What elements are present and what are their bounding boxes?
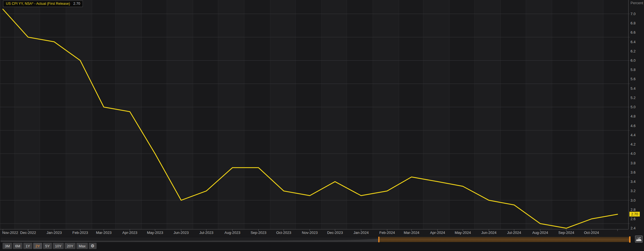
x-axis-tick-label: Oct-2024 [584,231,599,235]
range-navigator [0,237,644,242]
y-axis-tick-label: 3.8 [631,161,636,165]
y-axis-tick-label: 7.0 [631,12,636,16]
y-axis-tick-label: 5.0 [631,105,636,109]
range-button-6m[interactable]: 6M [13,243,22,249]
y-axis-tick-label: 3.6 [631,170,636,174]
x-axis-tick-label: Feb-2024 [379,231,395,235]
y-axis-tick-label: 5.4 [631,86,636,91]
x-axis-tick-label: Jun-2023 [174,231,189,235]
y-axis-tick-label: 3.4 [631,179,636,184]
range-button-max[interactable]: Max [76,243,88,249]
x-axis-tick-label: Sep-2023 [251,231,266,235]
price-chart[interactable] [0,0,644,233]
series-legend-value: 2.70 [73,2,80,6]
y-axis-tick-label: 3.0 [631,198,636,202]
y-axis-tick-label: 2.6 [631,217,636,221]
x-axis-tick-label: Jul-2024 [507,231,521,235]
x-axis-tick-label: Aug-2024 [532,231,548,235]
range-button-1y[interactable]: 1Y [23,243,32,249]
y-axis-tick-label: 4.6 [631,124,636,128]
y-axis-tick-label: 6.2 [631,49,636,53]
y-axis-tick-label: 6.4 [631,40,636,44]
x-axis-tick-label: Jan-2024 [354,231,369,235]
x-axis-tick-label: May-2024 [455,231,471,235]
navigator-left-handle[interactable] [378,237,379,242]
range-toolbar: 3M6M1Y2Y5Y10Y20YMax⚙ [3,243,97,249]
x-axis-tick-label: Mar-2024 [404,231,419,235]
chart-restore-button[interactable] [635,236,643,243]
y-axis-tick-label: 6.8 [631,21,636,25]
range-button-20y[interactable]: 20Y [65,243,76,249]
navigator-right-handle[interactable] [629,236,631,243]
x-axis-tick-label: May-2023 [147,231,163,235]
series-legend-label: US CPI YY, NSA* - Actual (First Release) [6,2,70,6]
x-axis: Nov-2022Dec-2022Jan-2023Feb-2023Mar-2023… [0,230,644,236]
y-axis-tick-label: 4.2 [631,142,636,146]
navigator-selected-range[interactable] [379,237,630,242]
y-axis-unit-label: Percent [631,1,643,5]
y-axis-tick-label: 4.0 [631,151,636,156]
range-button-3m[interactable]: 3M [3,243,12,249]
y-axis-tick-label: 5.2 [631,96,636,100]
x-axis-tick-label: Nov-2023 [302,231,318,235]
x-axis-tick-label: Dec-2023 [327,231,343,235]
y-axis-tick-label: 4.4 [631,133,636,137]
y-axis-tick-label: 6.0 [631,58,636,63]
y-axis-tick-label: 5.8 [631,68,636,72]
range-button-2y[interactable]: 2Y [33,243,42,249]
x-axis-tick-label: Apr-2023 [122,231,137,235]
x-axis-tick-label: Jun-2024 [481,231,497,235]
x-axis-tick-label: Dec-2022 [20,231,36,235]
series-legend[interactable]: US CPI YY, NSA* - Actual (First Release)… [3,1,83,7]
x-axis-tick-label: Apr-2024 [430,231,445,235]
range-button-10y[interactable]: 10Y [53,243,64,249]
y-axis-tick-label: 2.4 [631,226,636,230]
chart-restore-icon [636,237,642,241]
y-axis-tick-label: 5.6 [631,77,636,81]
x-axis-tick-label: Mar-2023 [96,231,112,235]
x-axis-tick-label: Oct-2023 [276,231,291,235]
chart-panel: US CPI YY, NSA* - Actual (First Release)… [0,0,644,237]
x-axis-tick-label: Feb-2023 [72,231,88,235]
x-axis-tick-label: Aug-2023 [224,231,240,235]
range-button-5y[interactable]: 5Y [43,243,52,249]
x-axis-tick-label: Jan-2023 [47,231,62,235]
y-axis-tick-label: 6.6 [631,30,636,34]
x-axis-tick-label: Nov-2022 [2,231,18,235]
x-axis-tick-label: Sep-2024 [558,231,574,235]
y-axis-tick-label: 4.8 [631,114,636,118]
navigator-sparkline [1,237,379,242]
current-value-badge: 2.70 [629,212,640,217]
navigator-track[interactable] [1,237,379,242]
y-axis-tick-label: 3.2 [631,189,636,193]
gear-icon[interactable]: ⚙ [89,243,97,249]
y-axis-tick-label: 2.8 [631,208,636,212]
x-axis-tick-label: Jul-2023 [199,231,213,235]
